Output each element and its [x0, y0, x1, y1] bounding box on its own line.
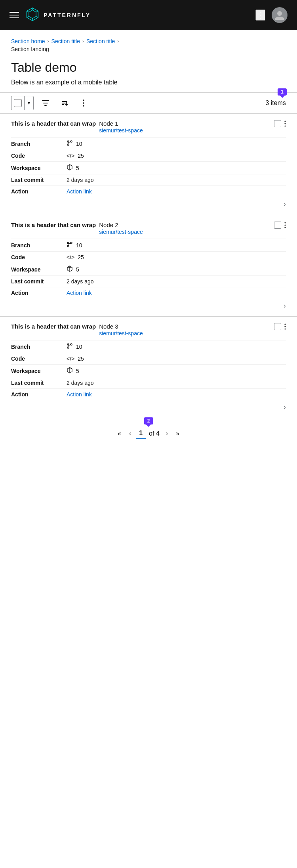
- items-badge: 1: [278, 88, 287, 96]
- header-cell-label: This is a header that can wrap: [11, 323, 96, 330]
- more-options-button[interactable]: [76, 96, 91, 110]
- logo-text: PATTERNFLY: [44, 12, 91, 18]
- patternfly-logo-icon: [25, 7, 40, 23]
- breadcrumb-area: Section home › Section title › Section t…: [0, 30, 297, 52]
- row-checkbox[interactable]: [274, 323, 281, 330]
- breadcrumb: Section home › Section title › Section t…: [11, 38, 286, 44]
- workspace-label: Workspace: [11, 165, 67, 171]
- branch-count: 10: [76, 141, 82, 147]
- table-row: This is a header that can wrap Node 3 si…: [0, 317, 297, 418]
- row-kebab-button[interactable]: [284, 222, 286, 228]
- svg-marker-1: [29, 10, 36, 19]
- row-checkbox[interactable]: [274, 222, 281, 229]
- breadcrumb-separator-3: ›: [117, 38, 119, 44]
- branch-value: 10: [67, 140, 82, 147]
- breadcrumb-section-home[interactable]: Section home: [11, 38, 45, 44]
- action-label: Action: [11, 391, 67, 398]
- lastcommit-field: Last commit 2 days ago: [11, 174, 286, 185]
- action-link[interactable]: Action link: [67, 391, 92, 398]
- row-actions: [274, 120, 286, 127]
- cube-icon: [67, 164, 73, 172]
- breadcrumb-separator-1: ›: [48, 38, 49, 44]
- branch-label: Branch: [11, 344, 67, 350]
- page-description: Below is an example of a mobile table: [11, 79, 286, 86]
- select-all-checkbox-wrap[interactable]: ▾: [11, 96, 34, 110]
- expand-row-button[interactable]: ›: [284, 200, 286, 208]
- row-kebab-button[interactable]: [284, 323, 286, 330]
- expand-row-button[interactable]: ›: [284, 302, 286, 310]
- row-node-area: Node 3 siemur/test-space: [96, 323, 274, 337]
- row-chevron: ›: [11, 298, 286, 310]
- page-title: Table demo: [11, 60, 286, 75]
- node-link[interactable]: siemur/test-space: [99, 127, 143, 134]
- svg-point-14: [284, 125, 286, 126]
- node-link[interactable]: siemur/test-space: [99, 229, 143, 235]
- last-page-button[interactable]: »: [173, 428, 183, 440]
- svg-point-16: [67, 144, 69, 145]
- row-actions: [274, 323, 286, 330]
- breadcrumb-section-title-2[interactable]: Section title: [86, 38, 115, 44]
- select-all-dropdown-button[interactable]: ▾: [24, 96, 33, 110]
- prev-page-button[interactable]: ‹: [126, 428, 134, 440]
- row-checkbox[interactable]: [274, 120, 281, 127]
- svg-point-32: [284, 328, 286, 329]
- svg-point-31: [284, 326, 286, 327]
- items-count-label: 3 items: [265, 99, 286, 107]
- row-kebab-button[interactable]: [284, 120, 286, 127]
- workspace-value: 5: [67, 266, 79, 273]
- first-page-button[interactable]: «: [114, 428, 124, 440]
- row-top: This is a header that can wrap Node 2 si…: [11, 222, 286, 235]
- select-all-checkbox[interactable]: [14, 99, 22, 107]
- hamburger-menu-button[interactable]: [10, 12, 19, 18]
- next-page-button[interactable]: ›: [163, 428, 171, 440]
- code-icon: </>: [67, 254, 74, 260]
- code-field: Code </> 25: [11, 353, 286, 364]
- code-value: </> 25: [67, 153, 84, 159]
- workspace-count: 5: [76, 266, 79, 273]
- svg-point-23: [284, 227, 286, 228]
- user-avatar[interactable]: [272, 7, 287, 23]
- workspace-label: Workspace: [11, 266, 67, 273]
- svg-point-8: [277, 11, 282, 16]
- branch-field: Branch 10: [11, 340, 286, 353]
- branch-icon: [67, 140, 73, 147]
- toolbar: ▾ 1 3 items: [0, 92, 297, 114]
- top-navigation: PATTERNFLY ⋮: [0, 0, 297, 30]
- expand-row-button[interactable]: ›: [284, 403, 286, 411]
- svg-line-6: [27, 16, 29, 17]
- lastcommit-field: Last commit 2 days ago: [11, 377, 286, 388]
- svg-point-11: [83, 105, 84, 107]
- breadcrumb-section-title-1[interactable]: Section title: [51, 38, 80, 44]
- sort-button[interactable]: [57, 96, 72, 110]
- workspace-label: Workspace: [11, 368, 67, 374]
- node-link[interactable]: siemur/test-space: [99, 330, 143, 336]
- code-label: Code: [11, 356, 67, 362]
- code-label: Code: [11, 254, 67, 260]
- row-actions: [274, 222, 286, 229]
- branch-icon: [67, 241, 73, 249]
- pagination-badge: 2: [144, 417, 153, 424]
- code-field: Code </> 25: [11, 251, 286, 263]
- table-row: This is a header that can wrap Node 2 si…: [0, 215, 297, 317]
- branch-label: Branch: [11, 141, 67, 147]
- filter-button[interactable]: [38, 96, 53, 110]
- workspace-count: 5: [76, 368, 79, 374]
- workspace-field: Workspace 5: [11, 161, 286, 174]
- cube-icon: [67, 367, 73, 375]
- code-value: </> 25: [67, 356, 84, 362]
- row-top: This is a header that can wrap Node 3 si…: [11, 323, 286, 337]
- action-field: Action Action link: [11, 185, 286, 197]
- kebab-menu-button[interactable]: ⋮: [255, 10, 265, 21]
- workspace-value: 5: [67, 367, 79, 375]
- lastcommit-label: Last commit: [11, 278, 67, 285]
- action-link[interactable]: Action link: [67, 188, 92, 195]
- code-count: 25: [78, 153, 84, 159]
- workspace-field: Workspace 5: [11, 364, 286, 377]
- row-chevron: ›: [11, 197, 286, 208]
- breadcrumb-separator-2: ›: [82, 38, 84, 44]
- svg-line-7: [27, 11, 29, 12]
- svg-point-12: [284, 120, 286, 122]
- code-icon: </>: [67, 356, 74, 362]
- action-link[interactable]: Action link: [67, 290, 92, 296]
- svg-point-25: [67, 245, 69, 247]
